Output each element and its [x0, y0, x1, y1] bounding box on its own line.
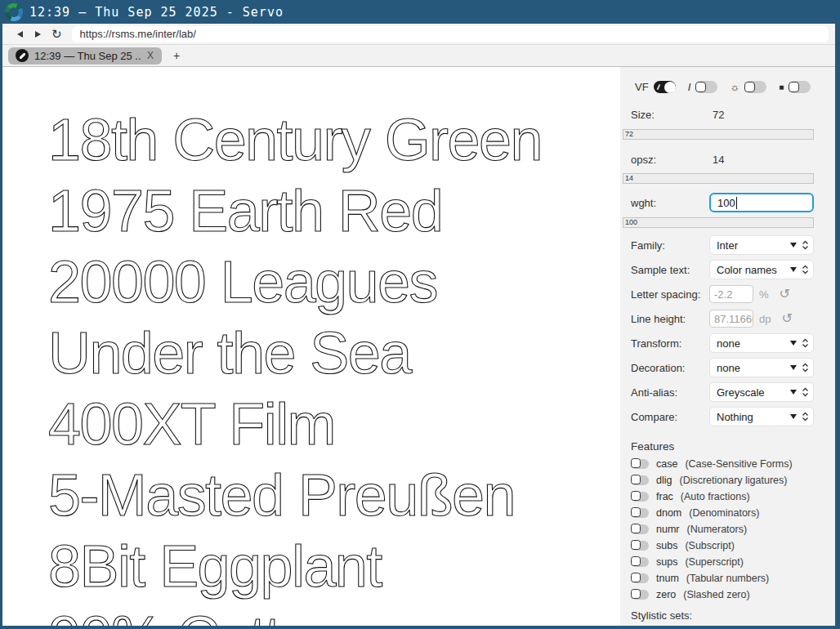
- feature-row-subs: subs (Subscript): [631, 540, 814, 551]
- feature-desc: (Case-Sensitive Forms): [685, 458, 792, 470]
- feature-row-case: case (Case-Sensitive Forms): [631, 458, 814, 469]
- favicon-ruler-icon: [16, 49, 29, 62]
- back-icon: [17, 31, 23, 38]
- feature-code: numr: [656, 524, 679, 535]
- opsz-slider[interactable]: 14: [623, 173, 814, 184]
- antialias-label: Anti-alias:: [631, 386, 709, 399]
- size-row: Size: 72: [631, 109, 814, 121]
- forward-button[interactable]: [29, 26, 47, 42]
- family-select-value: Inter: [717, 239, 790, 252]
- size-slider[interactable]: 72: [623, 129, 814, 140]
- letter-spacing-input[interactable]: -2.2: [709, 285, 753, 303]
- compare-label: Compare:: [631, 411, 709, 423]
- feature-desc: (Denominators): [689, 507, 759, 519]
- compare-row: Compare: Nothing: [631, 407, 814, 426]
- sample-line: 8Bit Eggplant: [48, 531, 620, 602]
- feature-code: sups: [656, 556, 677, 568]
- transform-select[interactable]: none: [709, 333, 814, 353]
- feature-row-zero: zero (Slashed zero): [631, 589, 814, 600]
- updown-icon: [802, 387, 809, 397]
- caret-down-icon: [790, 341, 797, 346]
- family-label: Family:: [631, 239, 709, 252]
- caret-down-icon: [790, 365, 797, 370]
- wght-label: wght:: [631, 197, 709, 209]
- light-mode-toggle[interactable]: [744, 81, 766, 93]
- sample-line: 5-Masted Preußen: [48, 460, 620, 531]
- wght-row: wght: 100: [631, 193, 814, 212]
- feature-toggle-zero[interactable]: [631, 590, 649, 600]
- family-select[interactable]: Inter: [709, 235, 814, 255]
- italic-toggle[interactable]: [695, 81, 717, 93]
- nav-toolbar: ↻: [2, 24, 835, 45]
- feature-desc: (Tabular numbers): [686, 573, 769, 584]
- line-height-unit: dp: [759, 313, 771, 325]
- feature-toggle-dnom[interactable]: [631, 508, 649, 518]
- dark-mode-toggle[interactable]: [789, 81, 811, 93]
- feature-toggle-case[interactable]: [631, 459, 649, 469]
- forward-icon: [35, 31, 41, 38]
- feature-code: case: [656, 458, 677, 470]
- sample-text-select[interactable]: Color names: [709, 260, 814, 279]
- feature-toggle-numr[interactable]: [631, 524, 649, 534]
- antialias-select-value: Greyscale: [717, 386, 790, 399]
- sample-line: 20000 Leagues: [48, 247, 620, 318]
- antialias-select[interactable]: Greyscale: [709, 382, 814, 402]
- feature-row-sups: sups (Superscript): [631, 556, 814, 567]
- feature-row-numr: numr (Numerators): [631, 524, 814, 534]
- reset-icon[interactable]: ↺: [781, 312, 792, 325]
- feature-toggle-subs[interactable]: [631, 541, 649, 551]
- vf-label: VF: [635, 81, 649, 93]
- family-row: Family: Inter: [631, 235, 814, 255]
- feature-desc: (Numerators): [686, 524, 747, 535]
- italic-label: I: [688, 81, 691, 93]
- master-toggles-row: VF I ☼ ■: [631, 81, 814, 93]
- opsz-row: opsz: 14: [631, 154, 814, 166]
- feature-desc: (Discretionary ligatures): [679, 475, 787, 486]
- tab-active[interactable]: 12:39 — Thu Sep 25 ... X: [8, 47, 162, 65]
- tab-label: 12:39 — Thu Sep 25 ...: [34, 50, 141, 62]
- feature-toggle-frac[interactable]: [631, 492, 649, 502]
- decoration-row: Decoration: none: [631, 358, 814, 377]
- sample-line: 1975 Earth Red: [48, 176, 620, 247]
- vf-toggle[interactable]: [654, 81, 676, 93]
- line-height-label: Line height:: [631, 313, 709, 325]
- url-input[interactable]: [72, 26, 829, 42]
- feature-toggle-tnum[interactable]: [631, 573, 649, 583]
- sample-line: 90% Cotton: [48, 602, 620, 626]
- transform-select-value: none: [717, 337, 790, 350]
- size-value[interactable]: 72: [709, 109, 724, 121]
- reset-icon[interactable]: ↺: [780, 288, 790, 301]
- updown-icon: [802, 240, 809, 250]
- line-height-input[interactable]: 87.11666666: [709, 310, 753, 328]
- wght-input-value: 100: [717, 197, 735, 209]
- back-button[interactable]: [11, 26, 29, 42]
- compare-select[interactable]: Nothing: [709, 407, 814, 426]
- new-tab-button[interactable]: +: [173, 49, 180, 62]
- feature-desc: (Slashed zero): [683, 589, 749, 600]
- tab-bar: 12:39 — Thu Sep 25 ... X +: [2, 45, 835, 67]
- stylistic-sets-label: Stylistic sets:: [631, 609, 814, 622]
- decoration-select[interactable]: none: [709, 358, 814, 377]
- feature-row-tnum: tnum (Tabular numbers): [631, 573, 814, 583]
- wght-input[interactable]: 100: [709, 193, 814, 212]
- feature-toggle-sups[interactable]: [631, 557, 649, 567]
- caret-down-icon: [790, 390, 797, 395]
- tab-close-icon[interactable]: X: [146, 50, 154, 61]
- updown-icon: [802, 265, 809, 274]
- feature-row-frac: frac (Auto fractions): [631, 491, 814, 502]
- transform-label: Transform:: [631, 337, 709, 350]
- feature-code: dnom: [656, 507, 681, 519]
- feature-toggle-dlig[interactable]: [631, 475, 649, 485]
- sample-text-area[interactable]: 18th Century Green 1975 Earth Red 20000 …: [2, 67, 620, 626]
- wght-slider[interactable]: 100: [623, 217, 814, 228]
- caret-down-icon: [790, 243, 797, 248]
- size-label: Size:: [631, 109, 709, 121]
- reload-icon[interactable]: ↻: [51, 28, 62, 40]
- letter-spacing-label: Letter spacing:: [631, 288, 709, 301]
- sample-line: 400XT Film: [48, 389, 620, 460]
- browser-window: 12:39 — Thu Sep 25 2025 - Servo ↻ 12:39 …: [0, 0, 840, 629]
- titlebar: 12:39 — Thu Sep 25 2025 - Servo: [0, 0, 840, 24]
- opsz-value[interactable]: 14: [709, 154, 724, 166]
- text-caret: [736, 197, 737, 209]
- updown-icon: [802, 363, 809, 372]
